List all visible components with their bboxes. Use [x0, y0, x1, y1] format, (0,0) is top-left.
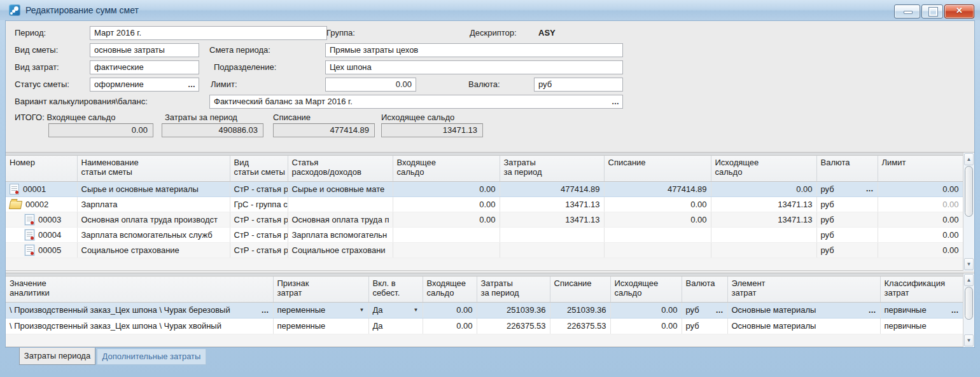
- totals-writeoff-label: Списание: [273, 113, 311, 122]
- col-header-cost-sign[interactable]: Признакзатрат: [273, 277, 368, 302]
- col-header-currency[interactable]: Валюта: [682, 277, 727, 302]
- calc-variant-value: Фактический баланс за Март 2016 г.: [214, 97, 353, 106]
- col-header-classification[interactable]: Классификациязатрат: [880, 277, 963, 302]
- col-header-analytics[interactable]: Значениеаналитики: [6, 277, 273, 302]
- scroll-down-icon[interactable]: ▼: [964, 334, 974, 346]
- calc-variant-ellipsis-button[interactable]: …: [612, 95, 619, 108]
- app-icon: [9, 4, 20, 16]
- col-header-writeoff[interactable]: Списание: [550, 277, 610, 302]
- classification-ellipsis-button[interactable]: …: [949, 306, 959, 315]
- currency-field[interactable]: руб: [534, 78, 623, 92]
- table-row[interactable]: \ Производственный заказ_Цех шпона \ Чур…: [6, 302, 963, 318]
- totals-opening-value: 0.00: [48, 123, 153, 137]
- calc-variant-label: Вариант калькулирования\баланс:: [15, 97, 148, 106]
- totals-closing-value: 13471.13: [381, 123, 483, 137]
- col-header-costs[interactable]: Затратыза период: [500, 156, 604, 181]
- col-header-article[interactable]: Статьярасходов/доходов: [288, 156, 393, 181]
- totals-closing-label: Исходящее сальдо: [381, 113, 454, 122]
- col-header-in-cost[interactable]: Вкл. всебест.: [368, 277, 423, 302]
- estimate-status-field[interactable]: оформление …: [90, 78, 199, 92]
- window-content: Период: Март 2016 г. Группа: Дескриптор:…: [5, 20, 975, 348]
- main-table-scrollbar[interactable]: ▲ ▼: [963, 153, 974, 271]
- col-header-closing[interactable]: Исходящеесальдо: [711, 156, 816, 181]
- table-row[interactable]: \ Производственный заказ_Цех шпона \ Чур…: [6, 318, 963, 334]
- col-header-currency[interactable]: Валюта: [816, 156, 878, 181]
- scroll-up-icon[interactable]: ▲: [964, 274, 974, 286]
- tab-period-costs[interactable]: Затраты периода: [19, 348, 95, 365]
- estimate-kind-label: Вид сметы:: [15, 45, 58, 55]
- col-header-kind[interactable]: Видстатьи сметы: [230, 156, 288, 181]
- close-button[interactable]: ✕: [944, 4, 974, 18]
- element-ellipsis-button[interactable]: …: [866, 306, 876, 315]
- document-icon: [25, 214, 34, 225]
- col-header-number[interactable]: Номер: [6, 156, 77, 181]
- minimize-button[interactable]: [894, 4, 920, 18]
- cost-kind-label: Вид затрат:: [15, 62, 59, 72]
- scrollbar-thumb[interactable]: [965, 287, 973, 320]
- estimate-items-table: Номер Наименованиестатьи сметы Видстатьи…: [6, 156, 963, 258]
- totals-costs-value: 490886.03: [162, 123, 263, 137]
- analytics-grid: Значениеаналитики Признакзатрат Вкл. все…: [6, 273, 974, 347]
- estimate-status-value: оформление: [94, 79, 144, 89]
- scroll-up-icon[interactable]: ▲: [964, 153, 974, 165]
- totals-writeoff-value: 477414.89: [273, 123, 375, 137]
- table-row[interactable]: 00004 Зарплата вспомогательных служб СтР…: [6, 227, 963, 242]
- dropdown-arrow-icon[interactable]: ▼: [357, 307, 365, 313]
- folder-icon[interactable]: [9, 201, 22, 209]
- estimate-kind-field[interactable]: основные затраты: [90, 43, 199, 57]
- estimate-status-ellipsis-button[interactable]: …: [188, 78, 195, 91]
- document-icon: [25, 245, 34, 256]
- close-icon: ✕: [945, 6, 974, 15]
- totals-costs-label: Затраты за период: [165, 113, 237, 122]
- estimate-items-grid: Номер Наименованиестатьи сметы Видстатьи…: [6, 152, 974, 271]
- col-header-opening[interactable]: Входящеесальдо: [423, 277, 477, 302]
- maximize-button[interactable]: [921, 4, 943, 18]
- scroll-down-icon[interactable]: ▼: [964, 258, 974, 270]
- col-header-opening[interactable]: Входящеесальдо: [393, 156, 500, 181]
- period-estimate-label: Смета периода:: [209, 45, 270, 55]
- window-title: Редактирование сумм смет: [25, 5, 139, 15]
- col-header-name[interactable]: Наименованиестатьи сметы: [77, 156, 230, 181]
- analytics-ellipsis-button[interactable]: …: [259, 306, 269, 315]
- limit-field[interactable]: 0.00: [325, 78, 416, 92]
- col-header-costs[interactable]: Затратыза период: [477, 277, 550, 302]
- table-row[interactable]: 00001 Сырье и основные материалы СтР - с…: [6, 181, 963, 196]
- limit-label: Лимит:: [211, 79, 237, 89]
- col-header-limit[interactable]: Лимит: [878, 156, 963, 181]
- department-field[interactable]: Цех шпона: [325, 60, 623, 74]
- currency-label: Валюта:: [468, 79, 500, 89]
- col-header-writeoff[interactable]: Списание: [604, 156, 711, 181]
- title-bar: Редактирование сумм смет ✕: [0, 0, 980, 20]
- tab-additional-costs[interactable]: Дополнительные затраты: [97, 349, 206, 365]
- col-header-closing[interactable]: Исходящеесальдо: [610, 277, 682, 302]
- group-label: Группа:: [326, 28, 355, 38]
- descriptor-label: Дескриптор:: [470, 28, 517, 38]
- col-header-element[interactable]: Элементзатрат: [727, 277, 880, 302]
- descriptor-value: ASY: [538, 28, 556, 38]
- period-field[interactable]: Март 2016 г.: [90, 26, 327, 40]
- document-icon: [10, 184, 19, 195]
- table-row[interactable]: 00005 Социальное страхование СтР - стать…: [6, 242, 963, 257]
- estimate-status-label: Статус сметы:: [15, 79, 69, 89]
- table-row[interactable]: 00002 Зарплата ГрС - группа с 0.00 13471…: [6, 196, 963, 212]
- table-row[interactable]: 00003 Основная оплата труда производст С…: [6, 212, 963, 227]
- totals-opening-label: ИТОГО: Входящее сальдо: [15, 113, 115, 122]
- period-label: Период:: [15, 28, 46, 38]
- detail-table-scrollbar[interactable]: ▲ ▼: [963, 273, 974, 347]
- document-icon: [25, 230, 34, 240]
- period-estimate-field[interactable]: Прямые затраты цехов: [325, 43, 623, 57]
- calc-variant-field[interactable]: Фактический баланс за Март 2016 г. …: [209, 95, 623, 109]
- scrollbar-thumb[interactable]: [965, 166, 973, 217]
- currency-ellipsis-button[interactable]: …: [713, 306, 724, 315]
- dropdown-arrow-icon[interactable]: ▼: [411, 307, 419, 313]
- currency-ellipsis-button[interactable]: …: [864, 184, 874, 193]
- analytics-table: Значениеаналитики Признакзатрат Вкл. все…: [6, 277, 963, 334]
- cost-kind-field[interactable]: фактические: [90, 60, 199, 74]
- department-label: Подразделение:: [214, 62, 276, 72]
